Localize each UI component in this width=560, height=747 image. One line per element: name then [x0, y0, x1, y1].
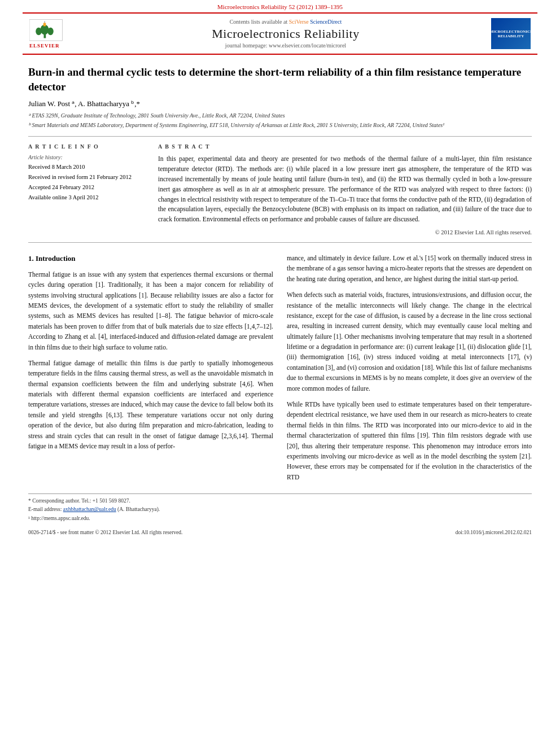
intro-para-2: Thermal fatigue damage of metallic thin … [28, 358, 273, 452]
svg-point-4 [47, 27, 54, 35]
me-logo-line2: RELIABILITY [489, 34, 532, 38]
article-info-label: A R T I C L E I N F O [28, 143, 141, 150]
section-number: 1. [28, 254, 34, 263]
received-date: Received 8 March 2010 Received in revise… [28, 162, 141, 202]
elsevier-logo: ELSEVIER [29, 19, 86, 49]
journal-logo-right: MICROELECTRONICS RELIABILITY [485, 18, 531, 49]
me-reliability-icon: MICROELECTRONICS RELIABILITY [491, 18, 531, 49]
intro-para-1: Thermal fatigue is an issue with any sys… [28, 269, 273, 352]
divider-2 [28, 242, 532, 243]
right-para-2: When defects such as material voids, fra… [287, 290, 532, 394]
journal-title: Microelectronics Reliability [86, 27, 485, 41]
email-link[interactable]: axhbhattachan@ualr.edu [63, 506, 116, 512]
affiliation-b: ᵇ Smart Materials and MEMS Laboratory, D… [28, 121, 532, 129]
paper-title: Burn-in and thermal cyclic tests to dete… [28, 65, 532, 94]
footnote-corresponding: * Corresponding author. Tel.: +1 501 569… [28, 497, 532, 505]
divider-1 [28, 136, 532, 137]
sciverse-direct: ScienceDirect [309, 19, 342, 25]
copyright-line: © 2012 Elsevier Ltd. All rights reserved… [158, 229, 532, 235]
me-logo-line1: MICROELECTRONICS [489, 29, 532, 34]
abstract-box: A B S T R A C T In this paper, experimen… [158, 143, 532, 235]
two-col-body: 1. Introduction Thermal fatigue is an is… [28, 253, 532, 488]
journal-homepage: journal homepage: www.elsevier.com/locat… [86, 42, 485, 49]
article-info-box: A R T I C L E I N F O Article history: R… [28, 143, 141, 235]
body-section: 1. Introduction Thermal fatigue is an is… [28, 253, 532, 488]
footnote-url: ¹ http://mems.appsc.ualr.edu. [28, 514, 532, 523]
elsevier-label: ELSEVIER [29, 43, 60, 49]
authors: Julian W. Post ᵃ, A. Bhattacharyya ᵇ,* [28, 99, 532, 108]
sciverse-sci: SciVerse [289, 19, 309, 25]
journal-center-info: Contents lists available at SciVerse Sci… [86, 19, 485, 49]
history-label: Article history: [28, 154, 141, 160]
article-info-abstract: A R T I C L E I N F O Article history: R… [28, 143, 532, 235]
left-col: 1. Introduction Thermal fatigue is an is… [28, 253, 273, 488]
footnote-section: * Corresponding author. Tel.: +1 501 569… [28, 493, 532, 523]
section-title: Introduction [36, 254, 76, 263]
right-para-3: While RTDs have typically been used to e… [287, 399, 532, 482]
paper-section: Burn-in and thermal cyclic tests to dete… [28, 65, 532, 243]
footnote-email: E-mail address: axhbhattachan@ualr.edu (… [28, 505, 532, 514]
intro-heading: 1. Introduction [28, 253, 273, 265]
abstract-label: A B S T R A C T [158, 143, 532, 150]
right-col: mance, and ultimately in device failure.… [287, 253, 532, 488]
affiliation-a: ᵃ ETAS 329N, Graduate Institute of Techn… [28, 111, 532, 120]
citation-text: Microelectronics Reliability 52 (2012) 1… [217, 3, 343, 10]
bottom-left: 0026-2714/$ - see front matter © 2012 El… [28, 530, 182, 535]
journal-header: ELSEVIER Contents lists available at Sci… [23, 12, 537, 55]
citation-bar: Microelectronics Reliability 52 (2012) 1… [0, 0, 560, 12]
svg-rect-5 [43, 23, 46, 26]
sciverse-link: Contents lists available at SciVerse Sci… [86, 19, 485, 25]
svg-point-3 [36, 27, 42, 35]
elsevier-svg-icon [29, 19, 63, 42]
bottom-bar: 0026-2714/$ - see front matter © 2012 El… [28, 530, 532, 535]
bottom-right: doi:10.1016/j.microrel.2012.02.021 [456, 530, 532, 535]
abstract-text: In this paper, experimental data and the… [158, 154, 532, 225]
right-para-1: mance, and ultimately in device failure.… [287, 253, 532, 284]
